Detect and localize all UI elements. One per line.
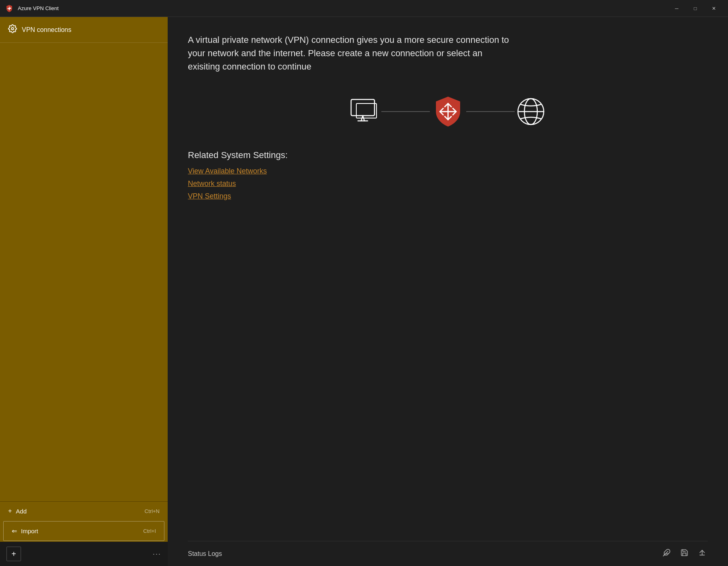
add-shortcut: Ctrl+N (145, 508, 160, 514)
description-text: A virtual private network (VPN) connecti… (188, 33, 511, 73)
import-shortcut: Ctrl+I (143, 528, 156, 534)
status-bar: Status Logs (188, 541, 708, 566)
add-icon: + (8, 507, 12, 515)
sidebar-content (0, 43, 168, 501)
minimize-button[interactable]: ─ (667, 2, 686, 15)
sort-logs-button[interactable] (696, 547, 708, 560)
clear-logs-button[interactable] (661, 547, 672, 560)
vpn-diagram (188, 93, 708, 130)
svg-rect-1 (351, 99, 375, 116)
app-logo-icon (5, 4, 14, 13)
footer-add-button[interactable]: + (6, 547, 21, 561)
vpn-settings-link[interactable]: VPN Settings (188, 192, 708, 201)
close-button[interactable]: ✕ (705, 2, 723, 15)
add-label: Add (16, 508, 27, 515)
monitor-icon (349, 97, 381, 126)
diagram-line-right (466, 111, 515, 112)
import-icon: ⇐ (12, 527, 17, 535)
sidebar-bottom-menu: + Add Ctrl+N ⇐ Import Ctrl+I (0, 501, 168, 542)
main-layout: VPN connections + Add Ctrl+N ⇐ Import Ct… (0, 17, 728, 566)
view-available-networks-link[interactable]: View Available Networks (188, 167, 708, 175)
footer-more-button[interactable]: ··· (153, 550, 161, 558)
status-logs-label: Status Logs (188, 550, 661, 558)
import-label: Import (21, 528, 38, 534)
add-menu-item[interactable]: + Add Ctrl+N (0, 502, 168, 520)
status-bar-actions (661, 547, 708, 560)
svg-point-0 (11, 27, 14, 30)
vpn-connections-label: VPN connections (22, 26, 72, 34)
sidebar-footer: + ··· (0, 542, 168, 566)
title-bar: Azure VPN Client ─ □ ✕ (0, 0, 728, 17)
related-settings: Related System Settings: View Available … (188, 150, 708, 205)
import-menu-item[interactable]: ⇐ Import Ctrl+I (3, 521, 164, 541)
content-area: A virtual private network (VPN) connecti… (168, 17, 728, 566)
shield-icon (430, 93, 466, 130)
sidebar: VPN connections + Add Ctrl+N ⇐ Import Ct… (0, 17, 168, 566)
save-logs-button[interactable] (679, 547, 690, 560)
sidebar-header: VPN connections (0, 17, 168, 43)
related-settings-title: Related System Settings: (188, 150, 708, 161)
window-controls: ─ □ ✕ (667, 2, 723, 15)
maximize-button[interactable]: □ (686, 2, 705, 15)
network-status-link[interactable]: Network status (188, 180, 708, 188)
vpn-connections-icon (8, 24, 17, 35)
globe-icon (515, 95, 547, 128)
diagram-line-left (381, 111, 430, 112)
app-title: Azure VPN Client (18, 5, 667, 11)
